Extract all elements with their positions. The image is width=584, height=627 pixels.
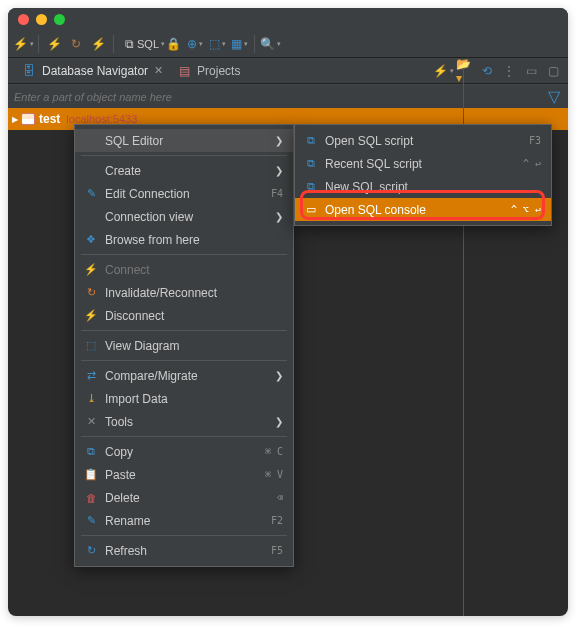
menu-label: Invalidate/Reconnect	[105, 286, 283, 300]
new-connection-icon[interactable]: ⚡	[434, 62, 452, 80]
menu-label: Connection view	[105, 210, 269, 224]
sql-editor-icon[interactable]: ⧉	[120, 35, 138, 53]
disconnect-icon[interactable]: ⚡	[89, 35, 107, 53]
minimize-view-icon[interactable]: ▭	[522, 62, 540, 80]
lock-icon[interactable]: 🔒	[164, 35, 182, 53]
chevron-right-icon: ❯	[275, 165, 283, 176]
script-icon: ⧉	[303, 156, 319, 172]
dashboard-icon[interactable]: ⬚	[208, 35, 226, 53]
tab-database-navigator[interactable]: 🗄 Database Navigator ✕	[14, 60, 169, 82]
menu-separator	[81, 436, 287, 437]
expand-icon[interactable]: ▶	[12, 115, 18, 124]
zoom-window-button[interactable]	[54, 14, 65, 25]
submenu-label: Open SQL console	[325, 203, 505, 217]
menu-item[interactable]: ↻RefreshF5	[75, 539, 293, 562]
menu-icon: ⚡	[83, 262, 99, 278]
maximize-view-icon[interactable]: ▢	[544, 62, 562, 80]
menu-icon: ⬚	[83, 338, 99, 354]
menu-icon	[83, 209, 99, 225]
minimize-window-button[interactable]	[36, 14, 47, 25]
menu-item[interactable]: ⬚View Diagram	[75, 334, 293, 357]
chevron-right-icon: ❯	[275, 416, 283, 427]
connection-name: test	[39, 112, 60, 126]
menu-separator	[81, 535, 287, 536]
database-icon	[21, 113, 35, 125]
script-icon: ▭	[303, 202, 319, 218]
submenu-item[interactable]: ⧉New SQL script	[295, 175, 551, 198]
separator	[38, 35, 39, 53]
menu-label: Copy	[105, 445, 259, 459]
menu-label: Refresh	[105, 544, 265, 558]
menu-label: Rename	[105, 514, 265, 528]
menu-label: View Diagram	[105, 339, 283, 353]
menu-item[interactable]: ↻Invalidate/Reconnect	[75, 281, 293, 304]
search-input[interactable]	[14, 91, 546, 103]
menu-icon: ✎	[83, 513, 99, 529]
separator	[254, 35, 255, 53]
menu-shortcut: ⌘ V	[265, 469, 283, 480]
menu-item[interactable]: SQL Editor❯	[75, 129, 293, 152]
submenu-label: Open SQL script	[325, 134, 523, 148]
tab-label: Projects	[197, 64, 240, 78]
sql-editor-submenu: ⧉Open SQL scriptF3⧉Recent SQL script^ ↩⧉…	[294, 124, 552, 226]
menu-shortcut: F4	[271, 188, 283, 199]
menu-item[interactable]: ✎RenameF2	[75, 509, 293, 532]
connect-icon[interactable]: ⚡	[45, 35, 63, 53]
invalidate-icon[interactable]: ↻	[67, 35, 85, 53]
submenu-shortcut: ^ ↩	[523, 158, 541, 169]
submenu-item[interactable]: ▭Open SQL console^ ⌥ ↩	[295, 198, 551, 221]
folder-icon[interactable]: 📂▾	[456, 62, 474, 80]
submenu-item[interactable]: ⧉Recent SQL script^ ↩	[295, 152, 551, 175]
menu-item[interactable]: ✕Tools❯	[75, 410, 293, 433]
filter-icon[interactable]: ▽	[546, 89, 562, 105]
menu-label: Connect	[105, 263, 283, 277]
menu-separator	[81, 360, 287, 361]
chevron-right-icon: ❯	[275, 135, 283, 146]
menu-label: Create	[105, 164, 269, 178]
menu-item[interactable]: Create❯	[75, 159, 293, 182]
tab-projects[interactable]: ▤ Projects	[169, 60, 246, 82]
tab-label: Database Navigator	[42, 64, 148, 78]
menu-icon: ✕	[83, 414, 99, 430]
kebab-icon[interactable]: ⋮	[500, 62, 518, 80]
menu-icon: ↻	[83, 285, 99, 301]
submenu-shortcut: ^ ⌥ ↩	[511, 204, 541, 215]
commit-mode-icon[interactable]: ⊕	[186, 35, 204, 53]
menu-item: ⚡Connect	[75, 258, 293, 281]
new-connection-icon[interactable]: ⚡	[14, 35, 32, 53]
menu-icon: ⤓	[83, 391, 99, 407]
menu-item[interactable]: ✎Edit ConnectionF4	[75, 182, 293, 205]
sql-dropdown[interactable]: SQL	[142, 35, 160, 53]
menu-item[interactable]: ⇄Compare/Migrate❯	[75, 364, 293, 387]
search-row: ▽	[8, 84, 568, 108]
menu-icon: ↻	[83, 543, 99, 559]
submenu-shortcut: F3	[529, 135, 541, 146]
titlebar	[8, 8, 568, 30]
menu-item[interactable]: 📋Paste⌘ V	[75, 463, 293, 486]
menu-item[interactable]: Connection view❯	[75, 205, 293, 228]
menu-icon: 📋	[83, 467, 99, 483]
menu-item[interactable]: 🗑Delete⌫	[75, 486, 293, 509]
menu-item[interactable]: ❖Browse from here	[75, 228, 293, 251]
menu-label: Browse from here	[105, 233, 283, 247]
close-icon[interactable]: ✕	[154, 64, 163, 77]
submenu-label: New SQL script	[325, 180, 541, 194]
menu-item[interactable]: ⚡Disconnect	[75, 304, 293, 327]
db-tools-icon[interactable]: ▦	[230, 35, 248, 53]
chevron-right-icon: ❯	[275, 370, 283, 381]
menu-icon: ❖	[83, 232, 99, 248]
link-icon[interactable]: ⟲	[478, 62, 496, 80]
menu-separator	[81, 254, 287, 255]
database-icon: 🗄	[20, 62, 38, 80]
chevron-right-icon: ❯	[275, 211, 283, 222]
search-icon[interactable]: 🔍	[261, 35, 279, 53]
menu-icon: ⚡	[83, 308, 99, 324]
close-window-button[interactable]	[18, 14, 29, 25]
menu-item[interactable]: ⧉Copy⌘ C	[75, 440, 293, 463]
submenu-item[interactable]: ⧉Open SQL scriptF3	[295, 129, 551, 152]
menu-icon: ⇄	[83, 368, 99, 384]
menu-icon: 🗑	[83, 490, 99, 506]
menu-item[interactable]: ⤓Import Data	[75, 387, 293, 410]
menu-icon	[83, 163, 99, 179]
menu-label: SQL Editor	[105, 134, 269, 148]
